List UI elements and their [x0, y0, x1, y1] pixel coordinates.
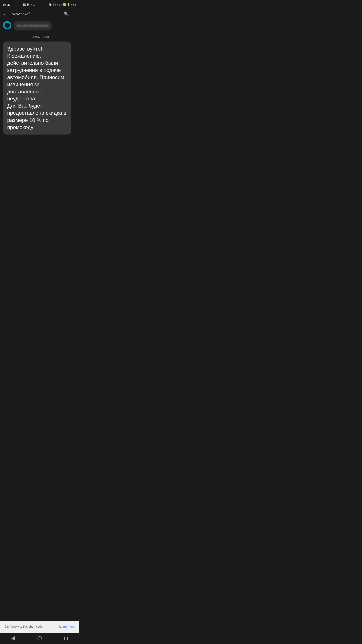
status-bar: 07:27 🖼 💬 Ƨ ☁ • ⏰ 📳 4G+ 📶 🔋 88% — [0, 0, 79, 8]
gallery-icon: 🖼 — [23, 3, 26, 6]
more-options-button[interactable]: ⋮ — [72, 12, 76, 16]
signal-icon: 📶 — [63, 3, 66, 6]
home-circle-icon — [37, 636, 42, 640]
navigation-bar — [0, 633, 79, 644]
battery-icon: 🔋 — [67, 3, 70, 6]
status-icons-group: 🖼 💬 Ƨ ☁ • — [23, 3, 36, 6]
vibrate-icon: 📳 — [53, 3, 56, 6]
search-button[interactable]: 🔍 — [64, 12, 69, 16]
message-bubble: Здравствуйте! К сожалению, действительно… — [3, 42, 71, 135]
previous-message-bubble: оль для авторизации. — [13, 21, 52, 30]
avatar — [3, 21, 11, 30]
status-right: ⏰ 📳 4G+ 📶 🔋 88% — [49, 3, 76, 6]
cloud-icon: ☁ — [32, 3, 35, 6]
back-triangle-icon — [11, 636, 15, 640]
nav-back-button[interactable] — [7, 634, 19, 642]
short-code-notice-text: Can't reply to this short code — [4, 625, 43, 628]
back-arrow-icon: ← — [3, 11, 7, 16]
status-time: 07:27 — [3, 3, 11, 6]
dot-icon: • — [36, 3, 36, 6]
learn-more-link[interactable]: Learn more — [59, 625, 75, 628]
app-bar-title: Taxovichkof — [10, 12, 62, 16]
app-bar-actions: 🔍 ⋮ — [64, 12, 76, 16]
avatar-inner — [4, 23, 10, 28]
recents-square-icon — [64, 637, 68, 640]
network-label: 4G+ — [57, 3, 62, 6]
bottom-notice-bar: Can't reply to this short code Learn mor… — [0, 620, 79, 633]
zoltan-icon: Ƨ — [30, 3, 32, 6]
message-text: Здравствуйте! К сожалению, действительно… — [7, 45, 67, 131]
message-container: Здравствуйте! К сожалению, действительно… — [0, 42, 79, 138]
battery-percent: 88% — [71, 3, 76, 6]
message-icon: 💬 — [26, 3, 29, 6]
nav-home-button[interactable] — [34, 634, 45, 642]
back-button[interactable]: ← — [3, 11, 7, 16]
message-timestamp: Tuesday • 08:34 — [0, 32, 79, 42]
previous-message-text: оль для авторизации. — [16, 24, 49, 27]
alarm-icon: ⏰ — [49, 3, 52, 6]
nav-recents-button[interactable] — [60, 634, 72, 642]
app-bar: ← Taxovichkof 🔍 ⋮ — [0, 8, 79, 20]
previous-message-area: оль для авторизации. — [0, 20, 79, 32]
